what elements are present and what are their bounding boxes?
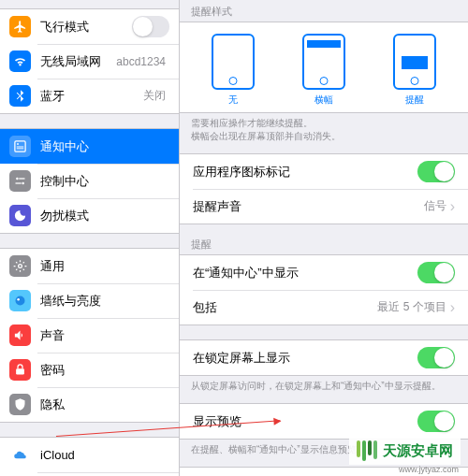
row-label: 提醒声音 <box>193 198 424 215</box>
row-label: 在锁定屏幕上显示 <box>193 350 417 367</box>
toggle-switch[interactable] <box>417 347 455 368</box>
bt-icon <box>9 85 31 107</box>
row-label: 隐私 <box>40 397 169 413</box>
row-label: 无线局域网 <box>40 53 116 70</box>
row-label: 墙纸与亮度 <box>40 293 169 310</box>
notif-icon <box>9 136 31 157</box>
settings-sidebar: 飞行模式无线局域网abcd1234蓝牙关闭 通知中心控制中心勿扰模式 通用墙纸与… <box>0 0 180 476</box>
sidebar-item[interactable]: 勿扰模式 <box>0 198 179 233</box>
pass-icon <box>9 359 31 381</box>
svg-point-4 <box>16 178 19 180</box>
svg-rect-3 <box>17 148 24 149</box>
toggle-switch[interactable] <box>417 161 455 182</box>
control-icon <box>9 170 31 192</box>
chevron-right-icon: › <box>450 299 455 316</box>
privacy-icon <box>9 394 31 415</box>
row-label: 飞行模式 <box>40 19 132 36</box>
chevron-right-icon: › <box>450 198 455 215</box>
svg-rect-5 <box>19 178 24 179</box>
alert-style-option[interactable]: 无 <box>212 34 255 107</box>
airplane-icon <box>9 16 31 37</box>
row-value: 关闭 <box>143 88 166 104</box>
sidebar-item[interactable]: 隐私 <box>0 387 179 422</box>
alert-style-footer: 需要相应操作才能继续提醒。横幅会出现在屏幕顶部并自动消失。 <box>180 113 468 145</box>
row-label: 应用程序图标标记 <box>193 164 417 180</box>
svg-point-8 <box>19 265 22 268</box>
device-preview-icon <box>393 34 436 90</box>
svg-rect-2 <box>17 147 24 148</box>
row-value: 信号 <box>424 198 446 214</box>
row-label: 密码 <box>40 362 169 379</box>
settings-row[interactable]: 包括最近 5 个项目› <box>180 290 468 325</box>
alert-style-option[interactable]: 横幅 <box>302 34 345 107</box>
row-label: 通知中心 <box>40 138 169 155</box>
row-label: 通用 <box>40 258 169 275</box>
alert-style-picker: 无横幅提醒 <box>180 22 468 112</box>
sidebar-item[interactable]: 密码 <box>0 353 179 387</box>
alerts-header: 提醒 <box>180 233 468 254</box>
settings-row[interactable]: 在锁定屏幕上显示 <box>180 340 468 375</box>
watermark-url: www.jytyaz.com <box>399 465 459 474</box>
svg-point-1 <box>17 143 19 145</box>
device-preview-icon <box>212 34 255 90</box>
sound-icon <box>9 325 31 346</box>
alert-style-header: 提醒样式 <box>180 0 468 22</box>
wifi-icon <box>9 50 31 72</box>
svg-point-6 <box>22 182 24 185</box>
alert-style-option[interactable]: 提醒 <box>393 34 436 107</box>
row-value: 最近 5 个项目 <box>377 299 446 315</box>
sidebar-item[interactable]: 蓝牙关闭 <box>0 79 179 113</box>
sidebar-item[interactable]: 控制中心 <box>0 164 179 198</box>
dnd-icon <box>9 205 31 226</box>
icloud-icon <box>9 444 31 466</box>
detail-pane: 提醒样式 无横幅提醒 需要相应操作才能继续提醒。横幅会出现在屏幕顶部并自动消失。… <box>180 0 468 476</box>
row-label: 勿扰模式 <box>40 208 169 224</box>
settings-row[interactable]: 显示预览 <box>180 404 468 439</box>
row-label: 蓝牙 <box>40 88 143 105</box>
general-icon <box>9 255 31 277</box>
sidebar-item[interactable]: iCloud <box>0 438 179 472</box>
row-label: 在“通知中心”中显示 <box>193 265 417 281</box>
row-label: 包括 <box>193 299 377 316</box>
toggle-switch[interactable] <box>132 16 169 37</box>
style-label: 无 <box>212 94 255 107</box>
svg-rect-7 <box>16 182 22 183</box>
watermark-text: 天源安卓网 <box>383 442 453 460</box>
svg-rect-11 <box>16 368 24 374</box>
row-label: 声音 <box>40 327 169 344</box>
sidebar-item[interactable]: 墙纸与亮度 <box>0 283 179 318</box>
settings-row[interactable]: 在“通知中心”中显示 <box>180 255 468 290</box>
settings-row[interactable]: 提醒声音信号› <box>180 189 468 224</box>
row-label: iCloud <box>40 448 169 462</box>
watermark-logo <box>357 440 377 461</box>
watermark: 天源安卓网 <box>349 437 461 465</box>
lock-screen-footer: 从锁定屏幕访问时，在锁定屏幕上和“通知中心”中显示提醒。 <box>180 376 468 395</box>
device-preview-icon <box>302 34 345 90</box>
settings-row[interactable]: 应用程序图标标记 <box>180 154 468 189</box>
svg-point-10 <box>17 298 20 301</box>
toggle-switch[interactable] <box>417 262 455 283</box>
row-label: 控制中心 <box>40 173 169 190</box>
wall-icon <box>9 290 31 311</box>
sidebar-item[interactable]: 邮件、通讯录、日历 <box>0 472 179 476</box>
sidebar-item[interactable]: 通知中心 <box>0 129 179 164</box>
style-label: 提醒 <box>393 94 436 107</box>
toggle-switch[interactable] <box>417 411 455 432</box>
sidebar-item[interactable]: 通用 <box>0 249 179 283</box>
sidebar-item[interactable]: 无线局域网abcd1234 <box>0 44 179 79</box>
row-label: 显示预览 <box>193 413 417 430</box>
sidebar-item[interactable]: 飞行模式 <box>0 9 179 44</box>
sidebar-item[interactable]: 声音 <box>0 318 179 353</box>
style-label: 横幅 <box>302 94 345 107</box>
row-value: abcd1234 <box>116 55 166 68</box>
svg-point-9 <box>16 296 25 306</box>
